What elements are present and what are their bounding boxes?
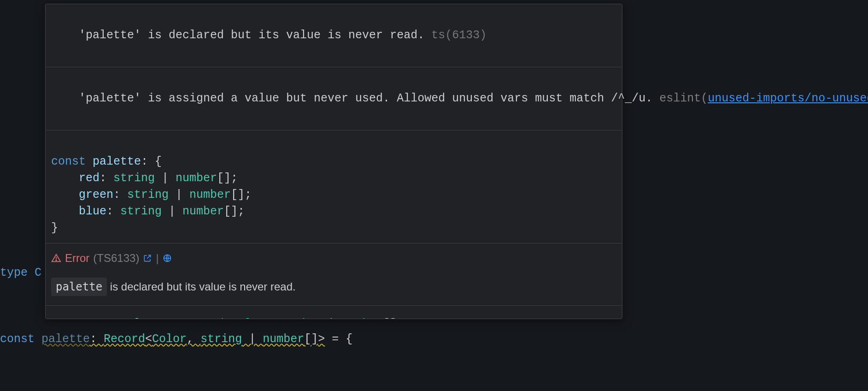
eslint-source: eslint: [659, 92, 701, 105]
warning-icon: [51, 253, 61, 263]
sig-prop-green: green: [79, 188, 113, 201]
type-string: string: [200, 332, 242, 346]
kw-const: const: [51, 155, 86, 168]
separator: |: [156, 250, 158, 267]
error-human-rest: is declared but its value is never read.: [107, 280, 296, 293]
code-line-const: const palette: Record<Color, string | nu…: [0, 331, 352, 348]
identifier-pill: palette: [51, 278, 107, 296]
type-number: number: [263, 332, 304, 346]
sig-ty-string1: string: [113, 172, 155, 185]
sig-prop-blue: blue: [79, 205, 106, 218]
hover-widget[interactable]: 'palette' is declared but its value is n…: [45, 4, 622, 319]
ident-palette: palette: [93, 155, 141, 168]
variable-palette: palette: [41, 332, 90, 346]
error-code: (TS6133): [93, 250, 139, 267]
sig-ty-string3: string: [120, 205, 162, 218]
globe-icon[interactable]: [163, 254, 172, 263]
sig-ty-number1: number: [176, 172, 217, 185]
sig-ty-number2: number: [189, 188, 231, 201]
type-record: Record: [104, 332, 145, 346]
hover-eslint-diagnostic: 'palette' is assigned a value but never …: [46, 67, 622, 130]
sig-ty-number3: number: [182, 205, 224, 218]
ts-diagnostic-code: ts(6133): [424, 29, 487, 42]
hover-truncated-preview: const palette: Record<Color, string | nu…: [46, 306, 622, 319]
ts-diagnostic-message: 'palette' is declared but its value is n…: [79, 29, 424, 42]
svg-point-1: [56, 260, 57, 261]
hover-error-section: Error(TS6133) | palette is declared but …: [46, 243, 622, 306]
type-color: Color: [152, 332, 187, 346]
sig-prop-red: red: [79, 172, 100, 185]
error-label: Error: [65, 250, 89, 267]
error-human-message: palette is declared but its value is nev…: [51, 278, 616, 296]
open-external-icon[interactable]: [143, 254, 152, 263]
eslint-rule-link[interactable]: unused-imports/no-unused-vars: [708, 92, 868, 105]
keyword-const: const: [0, 332, 35, 346]
eslint-diagnostic-message: 'palette' is assigned a value but never …: [79, 92, 652, 105]
hover-ts-diagnostic: 'palette' is declared but its value is n…: [46, 4, 622, 67]
hover-type-signature: const palette: { red: string | number[];…: [46, 130, 622, 243]
sig-ty-string2: string: [127, 188, 169, 201]
keyword-type: type C: [0, 266, 41, 279]
error-header-row: Error(TS6133) |: [51, 250, 616, 267]
